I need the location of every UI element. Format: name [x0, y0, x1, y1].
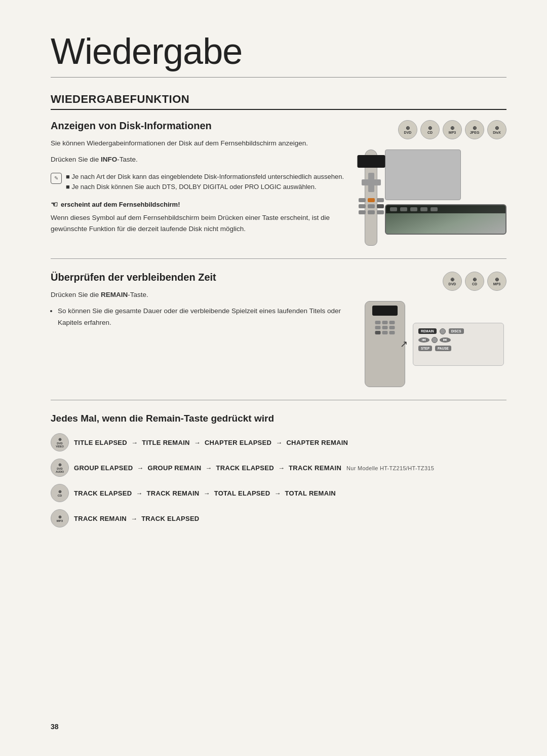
uberprufen-heading: Überprüfen der verbleibenden Zeit — [51, 272, 355, 283]
uberprufen-section: Überprüfen der verbleibenden Zeit Drücke… — [51, 272, 506, 387]
hand-label: ☜ erscheint auf dem Fernsehbildschirm! — [51, 200, 355, 209]
uberprufen-body: Drücken Sie die REMAIN-Taste. — [51, 289, 355, 300]
anzeigen-heading: Anzeigen von Disk-Informationen — [51, 120, 355, 132]
remain-remote-screen — [372, 306, 398, 316]
remain-remote-btns — [375, 321, 395, 334]
info-dot1 — [390, 207, 397, 211]
remote-dpad — [362, 173, 381, 192]
rb2 — [368, 198, 375, 202]
flow-text-4: TRACK REMAIN → TRACK ELAPSED — [74, 515, 200, 522]
anzeigen-section: Anzeigen von Disk-Informationen Sie könn… — [51, 120, 506, 246]
remain-dvd-icon: ⊕ DVD — [443, 272, 462, 291]
remote-buttons — [359, 198, 384, 214]
remote-image — [365, 149, 377, 246]
anzeigen-body2-pre: Drücken Sie die — [51, 156, 101, 163]
info-key: INFO — [101, 156, 117, 163]
screen-placeholder — [385, 149, 461, 200]
rp-c1 — [440, 328, 446, 334]
flow-text-2: GROUP ELAPSED → GROUP REMAIN → TRACK ELA… — [74, 464, 434, 472]
discs-btn: DISCS — [449, 328, 464, 334]
anzeigen-left: Anzeigen von Disk-Informationen Sie könn… — [51, 120, 355, 246]
remain-panel-wrap: ↗ REMAIN DISCS ⏮ — [413, 323, 504, 366]
rb6 — [377, 204, 384, 208]
rp-next: ⏭ — [440, 337, 451, 343]
page-title: Wiedergabe — [51, 30, 506, 78]
flow-row-1: ⊕ DVD VIDEO TITLE ELAPSED → TITLE REMAIN… — [51, 433, 506, 451]
info-dot2 — [400, 207, 407, 211]
rb9 — [377, 210, 384, 214]
rb7 — [359, 210, 366, 214]
divider2 — [51, 400, 506, 400]
dvd-icon: ⊕ DVD — [398, 120, 417, 139]
rb1 — [359, 198, 366, 202]
uberprufen-left: Überprüfen der verbleibenden Zeit Drücke… — [51, 272, 355, 387]
flow-row-2: ⊕ DVD AUDIO GROUP ELAPSED → GROUP REMAIN… — [51, 459, 506, 477]
mp3-icon: ⊕ MP3 — [443, 120, 462, 139]
rp-c2 — [432, 337, 438, 343]
hand-section: ☜ erscheint auf dem Fernsehbildschirm! W… — [51, 200, 355, 235]
remain-panel: REMAIN DISCS ⏮ ⏭ — [413, 323, 504, 366]
rp-row3: STEP PAUSE — [418, 346, 498, 351]
bullet1: So können Sie die gesamte Dauer oder die… — [58, 306, 355, 328]
info-bar — [386, 205, 505, 213]
divider1 — [51, 258, 506, 259]
uberprufen-right: ⊕ DVD ⊕ CD ⊕ MP3 — [365, 272, 506, 387]
anzeigen-right: ⊕ DVD ⊕ CD ⊕ MP3 ⊕ JPEG ⊕ DivX — [365, 120, 506, 246]
flow-row-3: ⊕ CD TRACK ELAPSED → TRACK REMAIN → TOTA… — [51, 484, 506, 502]
anzeigen-body2: Drücken Sie die INFO-Taste. — [51, 154, 355, 165]
note-box: ✎ ■ Je nach Art der Disk kann das eingeb… — [51, 172, 355, 193]
arrow-icon: ↗ — [400, 338, 408, 350]
note-icon: ✎ — [51, 173, 62, 184]
cd-icon: ⊕ CD — [420, 120, 440, 139]
rb8 — [368, 210, 375, 214]
hand-body: Wenn dieses Symbol auf dem Fernsehbildsc… — [51, 212, 355, 235]
flow-row-4: ⊕ MP3 TRACK REMAIN → TRACK ELAPSED — [51, 509, 506, 527]
mp3-badge: ⊕ MP3 — [51, 509, 69, 527]
rp-row2: ⏮ ⏭ — [418, 337, 498, 343]
rb4 — [359, 204, 366, 208]
rp-row1: REMAIN DISCS — [418, 328, 498, 334]
jpeg-icon: ⊕ JPEG — [465, 120, 484, 139]
hand-icon: ☜ — [51, 200, 58, 209]
page-number: 38 — [51, 723, 59, 731]
divx-icon: ⊕ DivX — [487, 120, 506, 139]
flow-text-3: TRACK ELAPSED → TRACK REMAIN → TOTAL ELA… — [74, 489, 336, 497]
flow-text-1: TITLE ELAPSED → TITLE REMAIN → CHAPTER E… — [74, 439, 348, 446]
info-screens — [385, 149, 506, 235]
rb5 — [368, 204, 375, 208]
cd-badge: ⊕ CD — [51, 484, 69, 502]
remote-screen — [357, 155, 385, 168]
info-dot4 — [420, 207, 427, 211]
section-heading: WIEDERGABEFUNKTION — [51, 93, 506, 110]
remain-controls: ↗ REMAIN DISCS ⏮ — [365, 301, 506, 387]
remain-media-icons: ⊕ DVD ⊕ CD ⊕ MP3 — [365, 272, 506, 291]
remain-cd-icon: ⊕ CD — [465, 272, 484, 291]
remote-info-group — [365, 149, 506, 246]
note2: ■ Je nach Disk können Sie auch DTS, DOLB… — [66, 182, 344, 193]
note1: ■ Je nach Art der Disk kann das eingeble… — [66, 172, 344, 182]
anzeigen-body2-post: -Taste. — [117, 156, 138, 163]
info-dot3 — [410, 207, 417, 211]
dvd-video-badge: ⊕ DVD VIDEO — [51, 433, 69, 451]
rb3 — [377, 198, 384, 202]
remain-btn: REMAIN — [418, 328, 437, 334]
info-dot5 — [431, 207, 438, 211]
info-screen — [385, 204, 506, 235]
remain-mp3-icon: ⊕ MP3 — [487, 272, 506, 291]
anzeigen-body1: Sie können Wiedergabeinformationen der D… — [51, 138, 355, 149]
uberprufen-bullets: So können Sie die gesamte Dauer oder die… — [58, 306, 355, 328]
step-btn: STEP — [418, 346, 432, 351]
dvd-audio-badge: ⊕ DVD AUDIO — [51, 459, 69, 477]
rp-prev: ⏮ — [418, 337, 429, 343]
media-icons-row: ⊕ DVD ⊕ CD ⊕ MP3 ⊕ JPEG ⊕ DivX — [365, 120, 506, 139]
pause-btn: PAUSE — [435, 346, 451, 351]
note-content: ■ Je nach Art der Disk kann das eingeble… — [66, 172, 344, 193]
remain-remote — [365, 301, 405, 387]
jedes-section: Jedes Mal, wenn die Remain-Taste gedrück… — [51, 413, 506, 527]
page-container: Wiedergabe WIEDERGABEFUNKTION Anzeigen v… — [0, 0, 547, 565]
jedes-heading: Jedes Mal, wenn die Remain-Taste gedrück… — [51, 413, 506, 424]
